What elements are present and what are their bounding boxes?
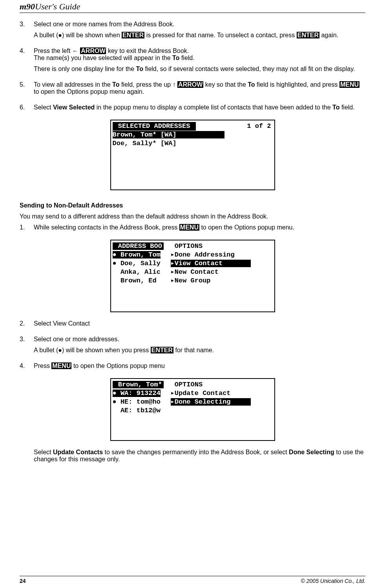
product-logo: m90 — [20, 2, 35, 11]
bold-update-contacts: Update Contacts — [53, 449, 103, 455]
text-fragment: to open the Options popup menu again. — [34, 88, 144, 95]
text-fragment: to open the Options popup menu. — [199, 224, 294, 231]
arrow-key: ARROW — [80, 47, 106, 54]
screen-right-title: OPTIONS — [171, 242, 273, 251]
step-2-4: 4. Press MENU to open the Options popup … — [20, 362, 365, 373]
lcd-screen-address-book-options: ADDRESS BOO ● Brown, Tom ● Doe, Sally An… — [110, 240, 275, 312]
screen-row: Brown, Ed — [113, 277, 168, 285]
text-fragment: There is only one display line for the — [34, 66, 136, 72]
step-text: Select View Selected in the popup menu t… — [34, 104, 365, 111]
arrow-key: ARROW — [177, 81, 203, 88]
section-heading: Sending to Non-Default Addresses — [20, 202, 365, 209]
screen-row: Doe, Sally* [WA] — [113, 139, 273, 148]
screen-row: ● HE: tom@ho — [113, 398, 168, 406]
step-text: Press the left ← ARROW key to exit the A… — [34, 47, 365, 62]
step-number: 6. — [20, 104, 34, 115]
screen-option-selected: ▸View Contact — [171, 260, 251, 267]
section-intro: You may send to a different address than… — [20, 213, 365, 220]
screen-left-title: Brown, Tom* — [113, 381, 164, 388]
enter-key: ENTER — [297, 32, 319, 38]
text-fragment: Select — [34, 449, 53, 455]
step-5: 5. To view all addresses in the To field… — [20, 81, 365, 99]
text-fragment: to open the Options popup menu — [71, 362, 165, 369]
step-number: 5. — [20, 81, 34, 99]
screen-title: SELECTED ADDRESSES — [113, 122, 196, 131]
screen-row: ● Doe, Sally — [113, 259, 168, 268]
text-fragment: key to exit the Address Book. — [106, 47, 189, 54]
screen-option: ▸New Contact — [171, 268, 273, 277]
step-number: 4. — [20, 362, 34, 373]
screen-row-selected: Brown, Tom* [WA] — [113, 131, 225, 138]
bold-view-selected: View Selected — [53, 104, 95, 111]
screen-option: ▸Update Contact — [171, 389, 273, 398]
text-fragment: A bullet (●) will be shown when you pres… — [34, 347, 151, 353]
text-fragment: field. — [179, 55, 194, 61]
lcd-screen-selected-addresses: SELECTED ADDRESSES 1 of 2 Brown, Tom* [W… — [110, 120, 275, 190]
text-fragment: Press the left ← — [34, 47, 80, 54]
step-text: Select one or more names from the Addres… — [34, 21, 365, 28]
final-paragraph: Select Update Contacts to save the chang… — [34, 449, 365, 463]
step-number: 4. — [20, 47, 34, 76]
step-text: A bullet (●) will be shown when you pres… — [34, 347, 365, 354]
step-extra-text: A bullet (●) will be shown when ENTER is… — [34, 32, 365, 39]
step-text: To view all addresses in the To field, p… — [34, 81, 365, 95]
step-2-2: 2. Select View Contact — [20, 320, 365, 331]
text-fragment: field, so if several contacts were selec… — [143, 66, 355, 72]
page-number: 24 — [20, 578, 26, 584]
text-fragment: The name(s) you have selected will appea… — [34, 55, 172, 61]
text-fragment: Press — [34, 362, 51, 369]
screen-row-selected: ● WA: 913224 — [113, 390, 161, 397]
text-fragment: for that name. — [173, 347, 214, 353]
text-fragment: field, press the up ↑ — [119, 81, 177, 88]
step-number: 2. — [20, 320, 34, 331]
screen-left-title: ADDRESS BOO — [113, 242, 164, 250]
menu-key: MENU — [339, 81, 359, 88]
bold-to: To — [136, 66, 143, 72]
text-fragment: To view all addresses in the — [34, 81, 112, 88]
step-6: 6. Select View Selected in the popup men… — [20, 104, 365, 115]
bold-done-selecting: Done Selecting — [289, 449, 334, 455]
screen-row-selected: ● Brown, Tom — [113, 251, 161, 259]
screen-row: AE: tb12@w — [113, 406, 168, 415]
bold-to: To — [172, 55, 179, 61]
step-number: 1. — [20, 224, 34, 235]
enter-key: ENTER — [151, 347, 173, 353]
screen-option-selected: ▸Done Selecting — [171, 398, 251, 406]
step-number: 3. — [20, 21, 34, 43]
screen-row-text: Brown, Tom* [WA] — [113, 131, 177, 138]
step-2-3: 3. Select one or more addresses. A bulle… — [20, 336, 365, 358]
step-text: Press MENU to open the Options popup men… — [34, 362, 365, 370]
step-text: Select one or more addresses. — [34, 336, 365, 343]
page-header: m90User's Guide — [20, 0, 365, 13]
bold-to: To — [332, 104, 339, 111]
text-fragment: While selecting contacts in the Address … — [34, 224, 179, 231]
step-2-1: 1. While selecting contacts in the Addre… — [20, 224, 365, 235]
screen-right-title: OPTIONS — [171, 380, 273, 389]
screen-option-text: ▸View Contact — [171, 260, 223, 267]
step-text: Select View Contact — [34, 320, 365, 327]
text-fragment: to save the changes permanently into the… — [103, 449, 289, 455]
step-text: While selecting contacts in the Address … — [34, 224, 365, 231]
step-number: 3. — [20, 336, 34, 358]
text-fragment: field. — [339, 104, 354, 111]
menu-key: MENU — [179, 224, 199, 231]
step-3: 3. Select one or more names from the Add… — [20, 21, 365, 43]
text-fragment: is pressed for that name. To unselect a … — [144, 32, 296, 38]
text-fragment: Select — [34, 104, 53, 111]
text-fragment: key so that the — [203, 81, 248, 88]
screen-option-text: ▸Done Selecting — [171, 398, 231, 406]
text-fragment: field is highlighted, and press — [255, 81, 339, 88]
screen-option: ▸New Group — [171, 277, 273, 285]
enter-key: ENTER — [122, 32, 144, 38]
copyright: © 2005 Unication Co., Ltd. — [301, 578, 365, 584]
text-fragment: in the popup menu to display a complete … — [95, 104, 332, 111]
lcd-screen-contact-options: Brown, Tom* ● WA: 913224 ● HE: tom@ho AE… — [110, 378, 275, 441]
screen-row: Anka, Alic — [113, 268, 168, 277]
menu-key: MENU — [51, 362, 71, 369]
bold-to: To — [248, 81, 255, 88]
text-fragment: A bullet (●) will be shown when — [34, 32, 122, 38]
header-title: User's Guide — [35, 2, 80, 11]
bold-to: To — [112, 81, 119, 88]
page-footer: 24 © 2005 Unication Co., Ltd. — [20, 576, 365, 584]
screen-count: 1 of 2 — [247, 122, 272, 131]
